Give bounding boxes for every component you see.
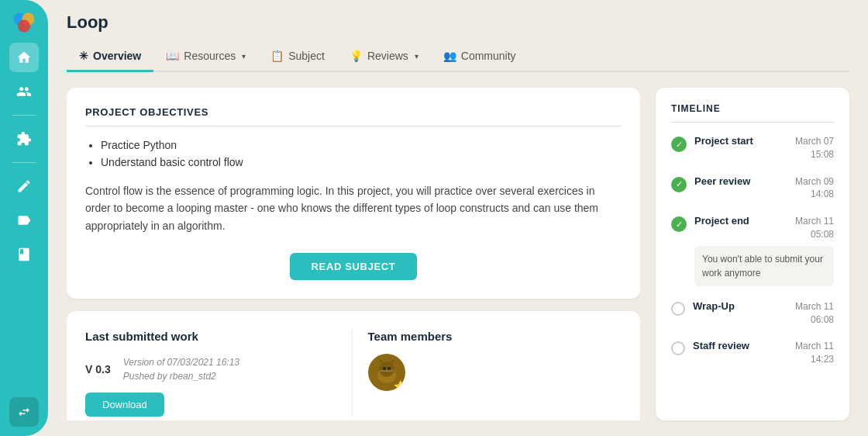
objective-item: Understand basic control flow [101, 156, 622, 168]
timeline-date: March 07 15:08 [795, 135, 834, 161]
work-info-row: V 0.3 Version of 07/03/2021 16:13 Pushed… [85, 355, 339, 383]
sidebar-divider-1 [12, 115, 36, 116]
resources-icon: 📖 [166, 50, 179, 62]
logo [10, 9, 38, 40]
read-subject-button[interactable]: READ SUBJECT [290, 253, 418, 280]
timeline-row: Peer review March 09 14:08 [694, 175, 834, 202]
timeline-info: Staff review March 11 14:23 [693, 340, 834, 366]
timeline-label: Staff review [693, 340, 749, 351]
sidebar-edit[interactable] [9, 171, 39, 201]
transfer-icon[interactable] [9, 397, 39, 427]
header: Loop ✳ Overview 📖 Resources ▾ 📋 Subject … [48, 0, 868, 72]
subject-icon: 📋 [270, 50, 284, 62]
reviews-dropdown-icon: ▾ [415, 52, 418, 61]
team-section-title: Team members [368, 330, 622, 343]
work-version: V 0.3 [85, 363, 111, 375]
timeline-row: Staff review March 11 14:23 [693, 340, 834, 366]
avatar: ⭐ [368, 354, 405, 391]
sidebar [0, 0, 48, 436]
team-avatars: ⭐ [368, 354, 622, 391]
check-icon: ✓ [676, 140, 683, 150]
tab-overview[interactable]: ✳ Overview [67, 42, 153, 72]
timeline-label: Peer review [694, 175, 750, 187]
timeline-info: Project end March 11 05:08 You won't abl… [694, 215, 834, 286]
tab-subject[interactable]: 📋 Subject [258, 42, 337, 72]
timeline-label: Wrap-Up [693, 300, 735, 312]
avatar-star-badge: ⭐ [394, 380, 405, 391]
timeline-dot-pending [671, 341, 685, 355]
sidebar-puzzle[interactable] [9, 124, 39, 154]
sidebar-users[interactable] [9, 77, 39, 106]
timeline-info: Peer review March 09 14:08 [694, 175, 834, 202]
download-button[interactable]: Download [85, 393, 164, 417]
timeline-date: March 11 14:23 [795, 340, 834, 366]
svg-point-9 [388, 367, 391, 370]
check-icon: ✓ [676, 179, 683, 189]
timeline-dot-completed: ✓ [671, 137, 687, 152]
timeline-row: Project start March 07 15:08 [694, 135, 834, 161]
work-meta: Version of 07/03/2021 16:13 Pushed by rb… [123, 355, 239, 383]
work-team-card: Last submitted work V 0.3 Version of 07/… [67, 311, 640, 420]
timeline-item-project-start: ✓ Project start March 07 15:08 [671, 135, 834, 161]
check-icon: ✓ [676, 220, 683, 230]
timeline-item-staff-review: Staff review March 11 14:23 [671, 340, 834, 366]
sidebar-home[interactable] [9, 43, 39, 72]
timeline-row: Wrap-Up March 11 06:08 [693, 300, 834, 327]
objectives-list: Practice Python Understand basic control… [85, 139, 622, 168]
tab-reviews[interactable]: 💡 Reviews ▾ [337, 42, 431, 72]
objectives-card: PROJECT OBJECTIVES Practice Python Under… [67, 88, 640, 299]
objectives-description: Control flow is the essence of programmi… [85, 182, 622, 234]
sidebar-book[interactable] [9, 240, 39, 269]
timeline-dot-completed: ✓ [671, 216, 687, 232]
timeline-label: Project start [694, 135, 753, 147]
sidebar-bottom [9, 397, 39, 427]
work-section-title: Last submitted work [85, 330, 339, 343]
tab-community[interactable]: 👥 Community [431, 42, 529, 72]
objectives-title: PROJECT OBJECTIVES [85, 106, 622, 126]
timeline-note: You won't able to submit your work anymo… [694, 246, 834, 286]
timeline-title: TIMELINE [671, 103, 834, 123]
svg-point-8 [383, 367, 386, 370]
sidebar-divider-2 [12, 162, 36, 163]
community-icon: 👥 [443, 50, 456, 62]
tabs-nav: ✳ Overview 📖 Resources ▾ 📋 Subject 💡 Rev… [67, 42, 849, 72]
overview-icon: ✳ [79, 50, 88, 62]
main-content: Loop ✳ Overview 📖 Resources ▾ 📋 Subject … [48, 0, 868, 436]
svg-point-5 [379, 362, 394, 377]
team-section: Team members [352, 330, 622, 417]
timeline-info: Project start March 07 15:08 [694, 135, 834, 161]
svg-point-10 [385, 370, 388, 372]
timeline-card: TIMELINE ✓ Project start March 07 15:08 [656, 88, 849, 420]
timeline-date: March 11 05:08 [795, 215, 834, 241]
last-submitted-section: Last submitted work V 0.3 Version of 07/… [85, 330, 339, 417]
timeline-item-peer-review: ✓ Peer review March 09 14:08 [671, 175, 834, 202]
timeline-info: Wrap-Up March 11 06:08 [693, 300, 834, 327]
timeline-item-wrapup: Wrap-Up March 11 06:08 [671, 300, 834, 327]
timeline-dot-completed: ✓ [671, 177, 687, 192]
sidebar-tag[interactable] [9, 206, 39, 235]
timeline-date: March 09 14:08 [795, 175, 834, 202]
left-column: PROJECT OBJECTIVES Practice Python Under… [67, 88, 640, 420]
objective-item: Practice Python [101, 139, 622, 151]
timeline-date: March 11 06:08 [795, 300, 834, 327]
timeline-column: TIMELINE ✓ Project start March 07 15:08 [656, 88, 849, 420]
svg-point-2 [18, 20, 30, 33]
dropdown-icon: ▾ [242, 52, 246, 61]
page-title: Loop [67, 12, 849, 33]
reviews-icon: 💡 [350, 50, 363, 62]
timeline-item-project-end: ✓ Project end March 11 05:08 You won't a… [671, 215, 834, 286]
timeline-dot-pending [671, 302, 685, 316]
timeline-row: Project end March 11 05:08 [694, 215, 834, 241]
tab-resources[interactable]: 📖 Resources ▾ [153, 42, 258, 72]
timeline-label: Project end [694, 215, 749, 227]
content-area: PROJECT OBJECTIVES Practice Python Under… [48, 72, 868, 436]
